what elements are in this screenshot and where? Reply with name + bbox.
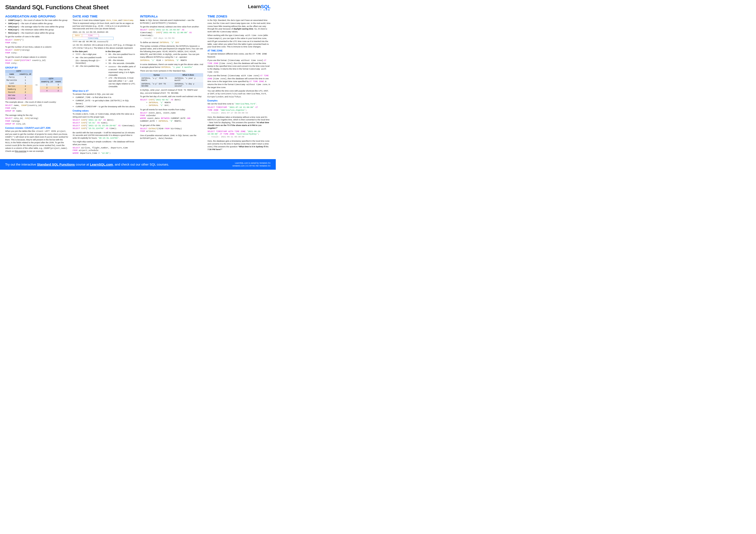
groupby-tables: CITY namecountry_id Paris1 Marseille1 Ly…: [5, 70, 68, 100]
logo: LearnSQL com: [248, 4, 271, 11]
city-title: CITY: [5, 70, 33, 73]
q-lastday: SELECT CAST('2021-02-01' AS date) + INTE…: [140, 99, 203, 107]
p-nonnull: To get the number of non-NULL values in …: [5, 46, 68, 48]
q-rows: SELECT COUNT(*) FROM city;: [5, 39, 68, 44]
page-title: Standard SQL Functions Cheat Sheet: [5, 4, 109, 11]
td: Marseille: [5, 79, 18, 82]
h-datepart: In the date part:: [73, 50, 88, 53]
li: ssssss – the smaller parts of a second –…: [109, 65, 136, 76]
p-mistake: When you join the tables like this: clie…: [5, 130, 68, 153]
fn-max: MAX(expr): [8, 32, 19, 34]
th-count: count: [54, 80, 63, 83]
p-unique: To get the count of unique values in a c…: [5, 56, 68, 59]
heading-examples: Examples: [207, 99, 271, 102]
link-site[interactable]: LearnSQL.com: [90, 163, 113, 166]
ts-date-box: date: [73, 34, 82, 37]
td: Berlin: [5, 85, 18, 88]
q-simple: SELECT CAST('2021-12-31 23:59:59' AS tim…: [140, 29, 203, 39]
p-ex1: Here, the database takes a timestamp wit…: [207, 116, 271, 130]
q-avg: SELECT city_id, AVG(rating) FROM ratings…: [5, 117, 68, 125]
p-lastday: To get the last day of a month, add one …: [140, 95, 203, 98]
li: dd – the zero-padded day.: [76, 65, 103, 68]
fn-count-desc: – the count of values for the rows withi…: [22, 19, 68, 21]
p-intro: There are 3 main time-related types: dat…: [73, 19, 136, 30]
footer-left: Try out the interactive Standard SQL Fun…: [5, 163, 169, 166]
p-atz1: To operate between different time zones,…: [207, 53, 271, 58]
li: HH – the zero-padded hour in a 24-hour c…: [109, 53, 136, 59]
q-nonnull: SELECT COUNT(rating) FROM city;: [5, 49, 68, 55]
ts-stamp-box: timestamp: [73, 37, 114, 40]
t: course at: [75, 163, 90, 166]
p-create: To create a date, time, or timestamp, si…: [73, 113, 136, 118]
heading-what-time: What time is it?: [73, 90, 136, 92]
t: Try out the interactive: [5, 163, 37, 166]
fn-min-desc: – the minimum value within the group: [19, 28, 54, 31]
q-ex2: SELECT TIMESTAMP WITH TIME ZONE '2021-06…: [207, 130, 271, 139]
li: SS – the seconds. Omissible.: [109, 62, 136, 65]
timestamp-diagram: 2021-12-31 14:39:53.662522-05 date time …: [73, 31, 136, 43]
li: CURRENT_DATE – to get today's date. (GET…: [76, 99, 136, 105]
fn-max-desc: – the maximum value within the group: [19, 32, 54, 34]
li: CURRENT_TIME – to find what time it is.: [76, 96, 136, 99]
p-note: Note: In SQL Server, intervals aren't im…: [140, 19, 203, 25]
td: Cracow: [5, 97, 18, 100]
th-country: country_id: [18, 73, 33, 76]
p-avg: The average rating for the city:: [5, 114, 68, 117]
h-timepart: In the time part:: [106, 50, 121, 53]
heading-groupby: GROUP BY: [5, 66, 68, 69]
td: Lyon: [5, 82, 18, 85]
q-unique: SELECT COUNT(DISTINCT country_id) FROM c…: [5, 59, 68, 65]
t: , and check out our other SQL courses.: [113, 163, 169, 166]
p-ex2: Here, the database gets a timestamp spec…: [207, 140, 271, 151]
ts-time-box: time: [82, 34, 99, 37]
col-aggregation: AGGREGATION AND GROUPING COUNT(expr) – t…: [5, 13, 68, 156]
p-set: We set the local time zone to 'America/N…: [207, 103, 271, 106]
footer-right: LearnSQL.com is owned by Vertabelo SA ve…: [232, 162, 271, 167]
city-title2: CITY: [40, 77, 63, 80]
td: 2: [18, 91, 33, 94]
p-mysql: In MySQL, write year_month instead of YE…: [140, 89, 203, 95]
p-atz4: You can define the time zone with popula…: [207, 89, 271, 98]
p-atz2: If you use this format: {timestamp witho…: [207, 59, 271, 74]
footer-r2: vertabelo.com | CC BY-NC-ND Vertabelo SA: [232, 165, 271, 167]
td: 1: [40, 83, 54, 86]
p-easier2: There are two more syntaxes in the Stand…: [140, 69, 203, 72]
heading-atz: AT TIME ZONE: [207, 50, 271, 52]
p-atz3: If you use this format: {timestamp with …: [207, 74, 271, 89]
agg-fn-list: COUNT(expr) – the count of values for th…: [5, 19, 68, 35]
td: 2: [54, 89, 63, 92]
q-ex1: SELECT TIMESTAMP '2021-07-16 21:00:00' A…: [207, 106, 271, 114]
td: 4: [18, 94, 33, 97]
col-timezones: TIME ZONES In the SQL Standard, the date…: [207, 13, 271, 156]
td: 4: [18, 97, 33, 100]
td: 2: [40, 86, 54, 89]
td: Munich: [5, 91, 18, 94]
ts-fmt: YYYY-mm-dd HH:MM:SS.ssssss±TZ: [73, 40, 136, 43]
p-simple: To get the simplest interval, subtract o…: [140, 25, 203, 28]
li: YYYY – the 4-digit year.: [76, 53, 103, 56]
td: 2: [18, 88, 33, 91]
td: 3: [54, 86, 63, 89]
td: 1: [18, 79, 33, 82]
heading-intervals: INTERVALs: [140, 14, 203, 18]
p-skip: You might skip casting in simple conditi…: [73, 140, 136, 146]
td: Paris: [5, 76, 18, 79]
li: MM – the minutes.: [109, 59, 136, 62]
td: INTERVAL 'x year y month': [173, 77, 203, 82]
p-example: The example above – the count of cities …: [5, 101, 68, 104]
heading-aggregation: AGGREGATION AND GROUPING: [5, 14, 68, 18]
footer-r1: LearnSQL.com is owned by Vertabelo SA: [232, 162, 271, 165]
th-syntax: Syntax: [140, 73, 173, 77]
p-part2: One of possible returned values: 1946. I…: [140, 134, 203, 140]
q-events: SELECT event_date, event_name FROM calen…: [140, 112, 203, 123]
p-part: To get part of the date:: [140, 124, 203, 127]
link-course[interactable]: Standard SQL Functions: [37, 163, 75, 166]
li: CURRENT_TIMESTAMP – to get the timestamp…: [76, 105, 136, 108]
col-intervals: INTERVALs Note: In SQL Server, intervals…: [140, 13, 203, 156]
p-define2: This syntax consists of three elements: …: [140, 45, 203, 59]
td: INTERVAL 'x-y' YEAR TO MONTH: [140, 77, 173, 82]
td: Hamburg: [5, 88, 18, 91]
fn-count: COUNT(expr): [8, 19, 22, 21]
logo-learn: Learn: [248, 4, 261, 9]
footer: Try out the interactive Standard SQL Fun…: [0, 159, 276, 170]
